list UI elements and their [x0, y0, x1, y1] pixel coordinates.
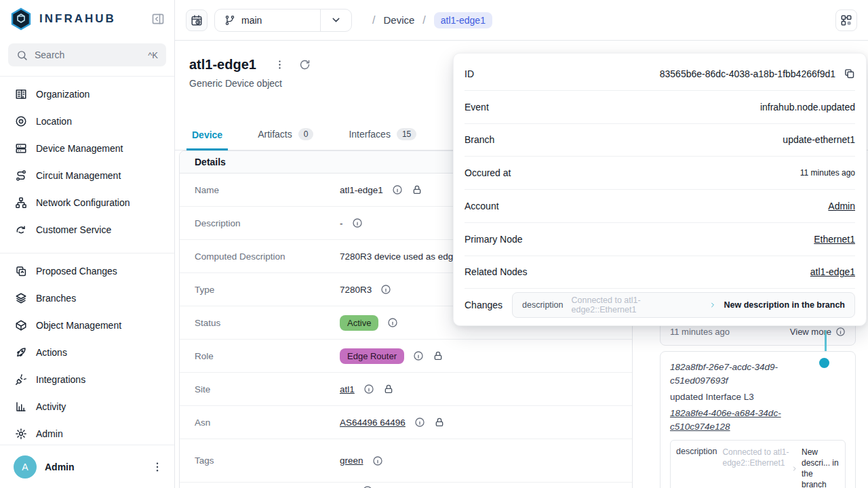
timeline-dot [819, 358, 829, 368]
breadcrumb-current-chip[interactable]: atl1-edge1 [434, 12, 492, 28]
info-icon[interactable] [352, 218, 363, 228]
detail-row-partial: red [180, 483, 632, 488]
search-input[interactable]: Search ^K [8, 43, 166, 66]
change-new-value: New descri... in the branch [802, 447, 840, 488]
event-row-occured-at: Occured at 11 minutes ago [465, 157, 855, 190]
info-icon[interactable] [413, 350, 424, 361]
info-icon[interactable] [380, 284, 391, 295]
schema-button[interactable] [835, 9, 857, 31]
tag-link[interactable]: green [340, 455, 363, 466]
target-icon [15, 115, 27, 127]
event-id-value: 83565b6e-86dc-4038-a18b-1fbb4266f9d1 [660, 68, 835, 79]
sidebar-item-activity[interactable]: Activity [5, 393, 169, 420]
change-old-value: Connected to atl1-edge2::Ethernet1 [572, 296, 701, 314]
tab-label: Interfaces [349, 129, 390, 140]
event-row-value: 11 minutes ago [800, 168, 855, 178]
server-icon [15, 142, 27, 155]
sidebar-item-label: Location [36, 116, 72, 127]
sidebar-item-customer-service[interactable]: Customer Service [5, 216, 169, 243]
sidebar-item-integrations[interactable]: Integrations [5, 366, 169, 393]
collapse-sidebar-icon[interactable] [151, 12, 165, 26]
event-row-label: Event [465, 102, 489, 113]
sidebar-divider [0, 76, 174, 77]
detail-value: - [340, 218, 343, 228]
info-icon[interactable] [392, 184, 403, 195]
refresh-icon[interactable] [299, 59, 311, 70]
event-row-event: Event infrahub.node.updated [465, 91, 855, 124]
event-row-label: ID [465, 68, 474, 79]
sidebar-item-admin[interactable]: Admin [5, 420, 169, 447]
breadcrumb-device[interactable]: Device [383, 14, 414, 26]
event-row-label: Related Nodes [465, 266, 528, 277]
topbar: main / Device / atl1-edge1 [175, 0, 868, 41]
primary-node-link[interactable]: Ethernet1 [814, 234, 855, 245]
detail-label: Tags [180, 455, 340, 466]
info-icon[interactable] [362, 485, 373, 488]
info-icon[interactable] [372, 455, 383, 466]
sidebar-item-network-configuration[interactable]: Network Configuration [5, 189, 169, 216]
timeline-timestamp: 11 minutes ago [670, 327, 790, 337]
asn-link[interactable]: AS64496 64496 [340, 418, 406, 428]
branch-selector[interactable]: main [214, 9, 352, 32]
sidebar-item-organization[interactable]: Organization [5, 81, 169, 108]
detail-value: atl1-edge1 [340, 185, 383, 195]
tab-badge: 15 [397, 128, 416, 140]
sidebar-divider [0, 253, 174, 253]
event-row-label: Branch [465, 134, 494, 145]
event-target-link[interactable]: 182a8fe4-406e-a684-34dc-c510c974e128 [670, 407, 812, 434]
event-row-value: infrahub.node.updated [760, 102, 855, 113]
view-more-button[interactable]: View more [790, 327, 846, 337]
sidebar-item-label: Object Management [36, 320, 121, 331]
sidebar-item-label: Circuit Management [36, 170, 121, 181]
site-link[interactable]: atl1 [340, 384, 355, 394]
tag-link[interactable]: red [340, 486, 353, 488]
branch-name: main [241, 15, 262, 26]
breadcrumb: / Device / atl1-edge1 [364, 12, 492, 28]
calendar-clock-icon [191, 14, 203, 26]
timeline-event-card: 182a8fbf-26e7-acdc-34d9-c51ed097693f upd… [660, 351, 856, 488]
sidebar-item-label: Device Management [36, 143, 123, 154]
account-link[interactable]: Admin [828, 201, 855, 211]
sidebar-item-proposed-changes[interactable]: Proposed Changes [5, 258, 169, 285]
sidebar-item-circuit-management[interactable]: Circuit Management [5, 162, 169, 189]
info-icon[interactable] [363, 384, 374, 394]
detail-row-asn: Asn AS64496 64496 [180, 406, 632, 439]
copy-icon[interactable] [844, 68, 855, 79]
info-icon[interactable] [387, 317, 398, 328]
sidebar-item-label: Branches [36, 293, 76, 304]
chevron-right-icon [709, 302, 716, 308]
change-field: description [522, 300, 563, 310]
search-shortcut: ^K [148, 50, 158, 60]
info-icon[interactable] [414, 417, 425, 428]
tab-interfaces[interactable]: Interfaces 15 [346, 128, 419, 150]
event-row-related-nodes: Related Nodes atl1-edge1 [465, 256, 855, 289]
lock-icon [433, 350, 443, 361]
brand-name: INFRAHUB [39, 12, 151, 26]
time-travel-button[interactable] [186, 9, 208, 31]
infrahub-logo-icon [9, 7, 33, 30]
event-detail-popover: ID 83565b6e-86dc-4038-a18b-1fbb4266f9d1 … [453, 53, 867, 326]
detail-value: 7280R3 device used as edge [340, 251, 458, 262]
lock-icon [434, 417, 445, 428]
workflow-icon [840, 14, 852, 26]
breadcrumb-separator: / [422, 14, 425, 26]
status-badge: Active [340, 315, 378, 331]
sidebar-item-device-management[interactable]: Device Management [5, 135, 169, 162]
tab-label: Artifacts [258, 129, 292, 140]
sidebar-item-location[interactable]: Location [5, 108, 169, 135]
event-node-id: 182a8fbf-26e7-acdc-34d9-c51ed097693f [670, 361, 812, 388]
event-row-label: Occured at [465, 167, 511, 178]
git-branch-icon [224, 15, 235, 26]
search-icon [16, 49, 28, 61]
sidebar: INFRAHUB Search ^K Organization Location… [0, 0, 175, 488]
sidebar-item-branches[interactable]: Branches [5, 285, 169, 312]
related-nodes-link[interactable]: atl1-edge1 [810, 266, 855, 277]
object-menu-kebab-icon[interactable] [274, 59, 285, 70]
sidebar-item-object-management[interactable]: Object Management [5, 312, 169, 339]
branch-dropdown-toggle[interactable] [320, 9, 351, 31]
user-menu-kebab-icon[interactable] [151, 461, 163, 473]
tab-device[interactable]: Device [189, 129, 225, 150]
tab-artifacts[interactable]: Artifacts 0 [255, 128, 316, 150]
brand: INFRAHUB [0, 0, 174, 38]
sidebar-item-actions[interactable]: Actions [5, 339, 169, 366]
